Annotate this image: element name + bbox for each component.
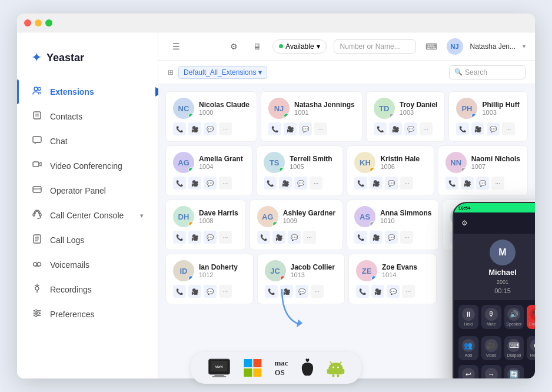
extension-card-natasha-jennings[interactable]: NJ Natasha Jennings 1001 📞 🎥 💬 (261, 91, 363, 142)
more-btn-ian-doherty[interactable]: ··· (219, 285, 232, 298)
menu-toggle-button[interactable]: ☰ (168, 38, 184, 55)
more-btn-dave-harris[interactable]: ··· (219, 231, 232, 244)
chat-btn-kristin-hale[interactable]: 💬 (385, 177, 398, 190)
video-btn-terrell-smith[interactable]: 🎥 (279, 177, 292, 190)
chat-btn-amelia-grant[interactable]: 💬 (204, 177, 217, 190)
call-btn-ashley-gardner[interactable]: 📞 (257, 231, 270, 244)
platform-macos-icon[interactable]: macOS (274, 358, 288, 377)
video-btn-phillip-huff[interactable]: 🎥 (471, 122, 484, 135)
phone-dialpad-button[interactable]: ⌨ Dialpad (504, 336, 524, 360)
sidebar-item-contacts[interactable]: Contacts (17, 104, 158, 129)
call-btn-natasha-jennings[interactable]: 📞 (268, 122, 281, 135)
phone-record-button[interactable]: ⏺ Record (527, 336, 535, 360)
video-btn-dave-harris[interactable]: 🎥 (188, 231, 201, 244)
more-btn-zoe-evans[interactable]: ··· (402, 285, 415, 298)
video-btn-naomi-nichols[interactable]: 🎥 (461, 177, 474, 190)
maximize-btn[interactable] (45, 19, 52, 26)
call-btn-terrell-smith[interactable]: 📞 (264, 177, 277, 190)
user-avatar[interactable]: NJ (447, 38, 463, 55)
chat-btn-terrell-smith[interactable]: 💬 (294, 177, 307, 190)
video-btn-natasha-jennings[interactable]: 🎥 (284, 122, 297, 135)
phone-speaker-button[interactable]: 🔊 Speaker (504, 305, 524, 329)
extension-search-input[interactable]: 🔍 Search (449, 65, 526, 79)
video-btn-anna-simmons[interactable]: 🎥 (370, 231, 383, 244)
more-btn-amelia-grant[interactable]: ··· (219, 177, 232, 190)
extension-card-kristin-hale[interactable]: KH Kristin Hale 1006 📞 🎥 💬 (347, 145, 434, 196)
call-btn-zoe-evans[interactable]: 📞 (356, 285, 369, 298)
video-btn-amelia-grant[interactable]: 🎥 (188, 177, 201, 190)
more-btn-phillip-huff[interactable]: ··· (502, 122, 515, 135)
more-btn-jacob-collier[interactable]: ··· (311, 285, 324, 298)
sidebar-item-extensions[interactable]: Extensions (17, 79, 158, 104)
chat-btn-dave-harris[interactable]: 💬 (204, 231, 217, 244)
video-btn-zoe-evans[interactable]: 🎥 (371, 285, 384, 298)
sidebar-item-call-logs[interactable]: Call Logs (17, 228, 158, 253)
phone-attended-transfer-button[interactable]: ↩ Attended (458, 365, 478, 378)
more-btn-nicolas-claude[interactable]: ··· (219, 122, 232, 135)
more-btn-naomi-nichols[interactable]: ··· (491, 177, 504, 190)
extension-card-zoe-evans[interactable]: ZE Zoe Evans 1014 📞 🎥 💬 (348, 254, 437, 304)
platform-android-icon[interactable] (327, 358, 345, 378)
extension-card-nicolas-claude[interactable]: NC Nicolas Claude 1000 📞 🎥 💬 (165, 91, 257, 142)
call-btn-kristin-hale[interactable]: 📞 (354, 177, 367, 190)
extension-card-anna-simmons[interactable]: AS Anna Simmons 1010 📞 🎥 💬 (347, 200, 439, 250)
call-btn-naomi-nichols[interactable]: 📞 (445, 177, 458, 190)
more-btn-terrell-smith[interactable]: ··· (310, 177, 322, 190)
sidebar-item-video-conferencing[interactable]: Video Conferencing (17, 154, 158, 178)
video-btn-troy-daniel[interactable]: 🎥 (389, 122, 402, 135)
more-btn-anna-simmons[interactable]: ··· (400, 231, 413, 244)
phone-call-flip-button[interactable]: 🔄 Call Flip (504, 365, 524, 378)
extension-card-amelia-grant[interactable]: AG Amelia Grant 1004 📞 🎥 💬 (165, 145, 252, 196)
sidebar-item-voicemails[interactable]: Voicemails (17, 253, 158, 277)
more-btn-ashley-gardner[interactable]: ··· (303, 231, 316, 244)
phone-end-call-button[interactable]: 📞 End Call (527, 305, 535, 329)
platform-web-icon[interactable]: www (207, 358, 231, 378)
call-btn-amelia-grant[interactable]: 📞 (173, 177, 186, 190)
call-btn-anna-simmons[interactable]: 📞 (354, 231, 367, 244)
phone-video-button[interactable]: 🎥 Video (481, 336, 501, 360)
extension-filter-tag[interactable]: Default_All_Extensions ▾ (178, 66, 267, 79)
extension-card-naomi-nichols[interactable]: NN Naomi Nichols 1007 📞 🎥 💬 (438, 145, 528, 196)
sidebar-item-preferences[interactable]: Preferences (17, 302, 158, 327)
chat-btn-phillip-huff[interactable]: 💬 (487, 122, 500, 135)
sidebar-item-operator-panel[interactable]: Operator Panel (17, 178, 158, 203)
sidebar-item-recordings[interactable]: Recordings (17, 277, 158, 302)
extension-card-ian-doherty[interactable]: ID Ian Doherty 1012 📞 🎥 💬 (165, 254, 254, 304)
platform-windows-icon[interactable] (242, 358, 262, 378)
call-btn-ian-doherty[interactable]: 📞 (173, 285, 186, 298)
call-btn-troy-daniel[interactable]: 📞 (374, 122, 387, 135)
video-btn-ian-doherty[interactable]: 🎥 (188, 285, 201, 298)
sidebar-item-call-center[interactable]: Call Center Console ▾ (17, 203, 158, 228)
chat-btn-nicolas-claude[interactable]: 💬 (204, 122, 217, 135)
chat-btn-naomi-nichols[interactable]: 💬 (476, 177, 489, 190)
chat-btn-natasha-jennings[interactable]: 💬 (299, 122, 312, 135)
call-btn-dave-harris[interactable]: 📞 (173, 231, 186, 244)
sidebar-item-chat[interactable]: Chat (17, 129, 158, 154)
close-btn[interactable] (24, 19, 31, 26)
extension-card-phillip-huff[interactable]: PH Phillip Huff 1003 📞 🎥 💬 (448, 91, 528, 142)
settings-icon[interactable]: ⚙ (225, 38, 242, 55)
chat-btn-anna-simmons[interactable]: 💬 (385, 231, 398, 244)
phone-add-participant-button[interactable]: 👥 Add (458, 336, 478, 360)
more-btn-natasha-jennings[interactable]: ··· (314, 122, 327, 135)
platform-apple-icon[interactable] (300, 358, 315, 377)
phone-mute-button[interactable]: 🎙 Mute (481, 305, 501, 329)
call-btn-nicolas-claude[interactable]: 📞 (173, 122, 186, 135)
video-btn-nicolas-claude[interactable]: 🎥 (188, 122, 201, 135)
availability-status[interactable]: Available ▾ (272, 39, 326, 54)
phone-hold-button[interactable]: ⏸ Hold (458, 305, 478, 329)
extension-card-ashley-gardner[interactable]: AG Ashley Gardner 1009 📞 🎥 💬 (250, 200, 343, 250)
phone-blind-transfer-button[interactable]: → Blind (481, 365, 501, 378)
chat-btn-ashley-gardner[interactable]: 💬 (288, 231, 301, 244)
extension-card-terrell-smith[interactable]: TS Terrell Smith 1005 📞 🎥 💬 (256, 145, 343, 196)
dialpad-icon[interactable]: ⌨ (423, 38, 440, 55)
more-btn-troy-daniel[interactable]: ··· (420, 122, 433, 135)
monitor-icon[interactable]: 🖥 (249, 38, 265, 55)
minimize-btn[interactable] (35, 19, 42, 26)
phone-settings-icon[interactable]: ⚙ (458, 217, 470, 229)
video-btn-ashley-gardner[interactable]: 🎥 (272, 231, 285, 244)
chat-btn-troy-daniel[interactable]: 💬 (404, 122, 417, 135)
chat-btn-zoe-evans[interactable]: 💬 (387, 285, 400, 298)
chat-btn-ian-doherty[interactable]: 💬 (204, 285, 217, 298)
more-btn-kristin-hale[interactable]: ··· (400, 177, 413, 190)
